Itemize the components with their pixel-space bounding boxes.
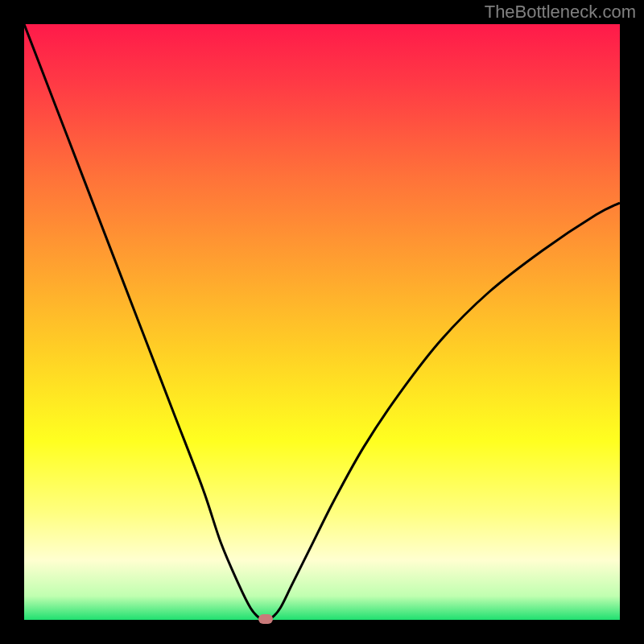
plot-area (24, 24, 620, 620)
watermark-text: TheBottleneck.com (485, 2, 636, 23)
bottleneck-curve (24, 24, 620, 620)
optimum-marker (258, 614, 273, 624)
chart-frame: TheBottleneck.com (0, 0, 644, 644)
